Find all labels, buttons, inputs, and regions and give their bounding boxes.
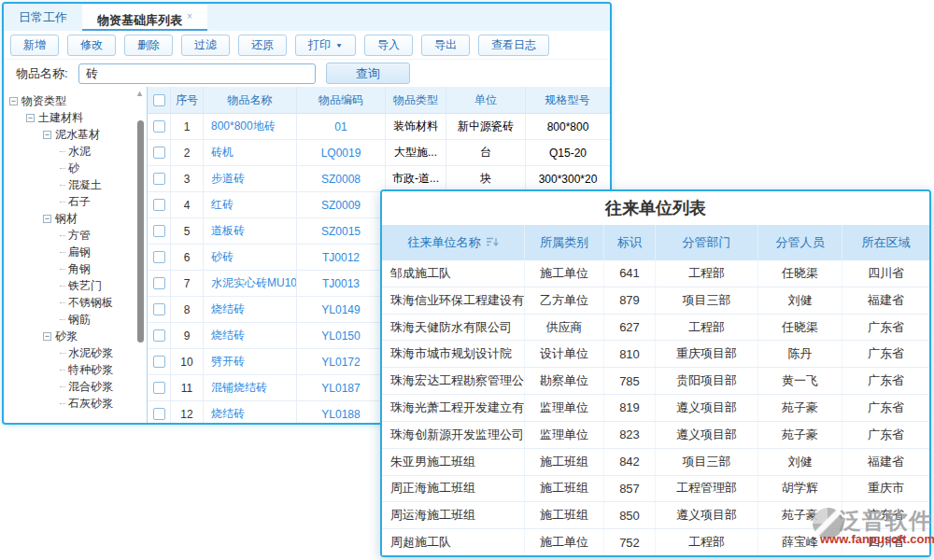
table-row[interactable]: 3步道砖SZ0008市政-道...块300*300*20: [148, 166, 610, 192]
column-header[interactable]: 往来单位名称: [382, 225, 525, 260]
modify-button[interactable]: 修改: [67, 35, 116, 56]
tab-daily-work[interactable]: 日常工作: [4, 4, 82, 31]
cell-item-code[interactable]: YL0187: [297, 375, 386, 400]
cell-person[interactable]: 陈丹: [758, 341, 842, 367]
cell-unit-name[interactable]: 珠海光萧工程开发建立有限...: [382, 395, 525, 421]
cell-item-code[interactable]: LQ0019: [297, 140, 386, 165]
cell-person[interactable]: 任晓渠: [758, 315, 842, 341]
row-checkbox[interactable]: [153, 120, 165, 133]
cell-item-code[interactable]: YL0149: [297, 297, 386, 322]
cell-item-code[interactable]: SZ0008: [297, 166, 386, 191]
cell-person[interactable]: 黄一飞: [758, 368, 842, 394]
tree-node-1[interactable]: −土建材料: [4, 109, 147, 126]
cell-unit-name[interactable]: 周正海施工班组: [382, 476, 525, 502]
cell-item-code[interactable]: TJ0012: [297, 245, 386, 270]
contact-unit-row[interactable]: 邹成施工队施工单位641工程部任晓渠四川省: [382, 260, 929, 287]
cell-unit-name[interactable]: 周运海施工班组: [382, 502, 525, 528]
table-row[interactable]: 2砖机LQ0019大型施...台Q15-20: [148, 140, 610, 166]
cell-person[interactable]: 胡学辉: [758, 476, 842, 502]
tree-node-8[interactable]: 方管: [4, 227, 147, 244]
restore-button[interactable]: 还原: [238, 35, 287, 56]
tree-node-13[interactable]: 钢筋: [4, 311, 147, 328]
tree-node-11[interactable]: 铁艺门: [4, 277, 147, 294]
column-header[interactable]: 分管部门: [656, 225, 758, 260]
row-checkbox[interactable]: [153, 329, 165, 342]
tree-node-6[interactable]: 石子: [4, 193, 147, 210]
cell-item-name[interactable]: 砖机: [204, 140, 297, 165]
row-checkbox[interactable]: [153, 277, 165, 289]
cell-unit-name[interactable]: 珠海市城市规划设计院: [382, 341, 525, 367]
cell-item-name[interactable]: 道板砖: [204, 218, 297, 244]
tree-node-2[interactable]: −泥水基材: [4, 126, 147, 143]
contact-unit-row[interactable]: 珠海光萧工程开发建立有限...监理单位819遵义项目部苑子豪广东省: [382, 395, 929, 422]
cell-item-code[interactable]: SZ0015: [297, 218, 386, 244]
contact-unit-row[interactable]: 珠海市城市规划设计院设计单位810重庆项目部陈丹广东省: [382, 341, 929, 368]
item-name-input[interactable]: [78, 63, 316, 84]
cell-person[interactable]: 任晓渠: [758, 260, 842, 287]
cell-item-name[interactable]: 水泥实心砖MU10: [204, 271, 297, 296]
close-icon[interactable]: ×: [187, 11, 192, 21]
cell-item-name[interactable]: 混铺烧结砖: [204, 375, 297, 400]
collapse-icon[interactable]: −: [43, 332, 51, 341]
tree-node-3[interactable]: 水泥: [4, 143, 147, 160]
row-checkbox[interactable]: [153, 303, 165, 315]
tab-material-library[interactable]: 物资基础库列表×: [82, 4, 207, 31]
contact-unit-row[interactable]: 珠海创新源开发监理公司监理单位823遵义项目部苑子豪广东省: [382, 422, 929, 449]
print-button[interactable]: 打印▼: [295, 35, 356, 56]
cell-item-code[interactable]: YL0188: [297, 401, 386, 423]
tree-node-16[interactable]: 特种砂浆: [4, 361, 147, 378]
cell-item-code[interactable]: YL0172: [297, 349, 386, 374]
contact-unit-row[interactable]: 珠海宏达工程勘察管理公司勘察单位785贵阳项目部黄一飞广东省: [382, 368, 929, 395]
cell-person[interactable]: 苑子豪: [758, 422, 842, 448]
column-header[interactable]: 所属类别: [525, 225, 604, 260]
column-header[interactable]: 标识: [604, 225, 656, 260]
cell-unit-name[interactable]: 周超施工队: [382, 529, 525, 555]
tree-node-12[interactable]: 不锈钢板: [4, 294, 147, 311]
cell-unit-name[interactable]: 珠海创新源开发监理公司: [382, 422, 525, 448]
scroll-up-icon[interactable]: ▲: [135, 90, 144, 98]
query-button[interactable]: 查询: [326, 63, 410, 84]
cell-item-name[interactable]: 劈开砖: [204, 349, 297, 374]
cell-unit-name[interactable]: 珠海天健防水有限公司: [382, 315, 525, 341]
sort-icon[interactable]: [486, 236, 499, 250]
cell-item-code[interactable]: YL0150: [297, 323, 386, 348]
contact-unit-row[interactable]: 周正海施工班组施工班组857工程管理部胡学辉重庆市: [382, 476, 929, 503]
tree-node-18[interactable]: 石灰砂浆: [4, 395, 147, 412]
row-checkbox[interactable]: [153, 225, 165, 237]
contact-unit-row[interactable]: 珠海天健防水有限公司供应商627工程部任晓渠广东省: [382, 315, 929, 342]
tree-node-10[interactable]: 角钢: [4, 260, 147, 277]
contact-unit-row[interactable]: 朱亚男施工班组施工班组842项目三部刘健福建省: [382, 449, 929, 476]
export-button[interactable]: 导出: [421, 35, 470, 56]
select-all-checkbox[interactable]: [153, 94, 165, 106]
cell-item-name[interactable]: 步道砖: [204, 166, 297, 191]
collapse-icon[interactable]: −: [43, 131, 51, 139]
tree-node-15[interactable]: 水泥砂浆: [4, 344, 147, 361]
row-checkbox[interactable]: [153, 408, 165, 420]
cell-item-code[interactable]: TJ0013: [297, 271, 386, 296]
cell-item-name[interactable]: 烧结砖: [204, 401, 297, 423]
cell-person[interactable]: 苑子豪: [758, 395, 842, 421]
view-log-button[interactable]: 查看日志: [478, 35, 549, 56]
import-button[interactable]: 导入: [364, 35, 413, 56]
delete-button[interactable]: 删除: [124, 35, 173, 56]
column-header[interactable]: 分管人员: [758, 225, 842, 260]
cell-item-code[interactable]: SZ0009: [297, 192, 386, 217]
collapse-icon[interactable]: −: [26, 114, 35, 122]
cell-person[interactable]: 刘健: [758, 449, 842, 475]
cell-item-name[interactable]: 红砖: [204, 192, 297, 217]
tree-node-14[interactable]: −砂浆: [4, 328, 147, 344]
row-checkbox[interactable]: [153, 173, 165, 185]
cell-unit-name[interactable]: 珠海宏达工程勘察管理公司: [382, 368, 525, 394]
tree-node-17[interactable]: 混合砂浆: [4, 378, 147, 395]
cell-item-name[interactable]: 砂砖: [204, 245, 297, 270]
cell-person[interactable]: 刘健: [758, 287, 842, 314]
row-checkbox[interactable]: [153, 382, 165, 394]
cell-item-name[interactable]: 800*800地砖: [204, 114, 297, 139]
tree-node-4[interactable]: 砂: [4, 160, 147, 176]
column-header[interactable]: 所在区域: [842, 225, 929, 260]
tree-node-9[interactable]: 扁钢: [4, 244, 147, 260]
contact-unit-row[interactable]: 珠海信业环保工程建设有限...乙方单位879项目三部刘健福建省: [382, 287, 929, 315]
collapse-icon[interactable]: −: [43, 215, 51, 223]
tree-node-5[interactable]: 混凝土: [4, 176, 147, 193]
row-checkbox[interactable]: [153, 251, 165, 263]
